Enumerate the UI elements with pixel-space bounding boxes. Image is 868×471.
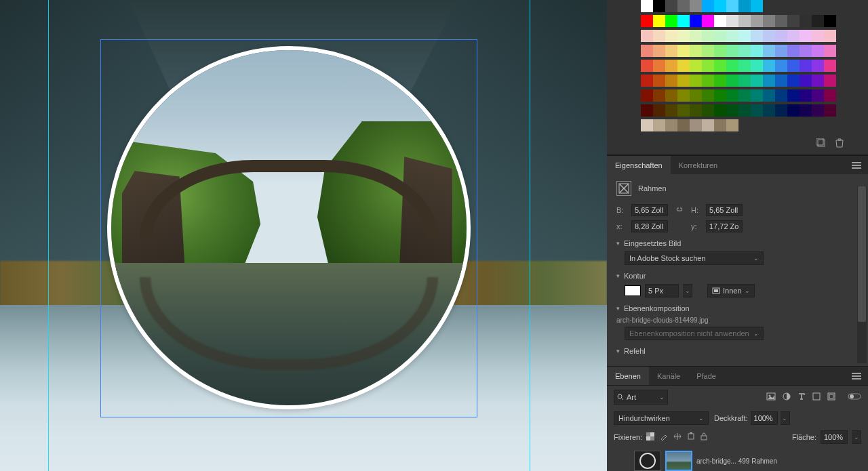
filter-smartobject-icon[interactable] xyxy=(827,392,835,402)
color-swatch[interactable] xyxy=(702,15,714,27)
color-swatch[interactable] xyxy=(738,15,751,27)
color-swatch[interactable] xyxy=(714,15,726,27)
color-swatch[interactable] xyxy=(726,60,738,72)
color-swatch[interactable] xyxy=(824,89,836,102)
color-swatch[interactable] xyxy=(738,30,751,42)
panel-menu-icon[interactable] xyxy=(845,157,868,174)
color-swatch[interactable] xyxy=(665,119,677,131)
section-stroke[interactable]: ▾ Kontur xyxy=(616,272,859,280)
color-swatch[interactable] xyxy=(824,45,836,57)
layer-image-thumb[interactable] xyxy=(665,451,692,471)
width-input[interactable] xyxy=(631,204,668,216)
stroke-position-dropdown[interactable]: Innen ⌄ xyxy=(707,284,755,298)
color-swatch[interactable] xyxy=(665,75,677,87)
color-swatch[interactable] xyxy=(812,30,824,42)
selection-bounds[interactable] xyxy=(100,39,477,417)
color-swatch[interactable] xyxy=(665,104,677,117)
color-swatch[interactable] xyxy=(787,30,800,42)
lock-pixels-icon[interactable] xyxy=(660,432,668,442)
color-swatch[interactable] xyxy=(738,0,751,12)
color-swatch[interactable] xyxy=(665,45,677,57)
color-swatch[interactable] xyxy=(653,89,665,102)
color-swatch[interactable] xyxy=(641,104,653,117)
color-swatch[interactable] xyxy=(751,15,763,27)
color-swatch[interactable] xyxy=(641,60,653,72)
color-swatch[interactable] xyxy=(824,15,836,27)
color-swatch[interactable] xyxy=(677,60,690,72)
layer-comp-dropdown[interactable]: Ebenenkomposition nicht anwenden ⌄ xyxy=(625,327,764,340)
color-swatch[interactable] xyxy=(677,45,690,57)
filter-shape-icon[interactable] xyxy=(812,392,821,402)
filter-type-icon[interactable] xyxy=(797,392,806,402)
color-swatch[interactable] xyxy=(665,15,677,27)
color-swatch[interactable] xyxy=(738,104,751,117)
color-swatch[interactable] xyxy=(714,119,726,131)
opacity-stepper[interactable]: ⌄ xyxy=(781,411,790,425)
color-swatch[interactable] xyxy=(641,0,653,12)
lock-artboard-icon[interactable] xyxy=(687,432,695,442)
color-swatch[interactable] xyxy=(690,45,702,57)
color-swatch[interactable] xyxy=(775,75,787,87)
color-swatch[interactable] xyxy=(677,0,690,12)
color-swatch[interactable] xyxy=(677,15,690,27)
color-swatch[interactable] xyxy=(714,0,726,12)
tab-paths[interactable]: Pfade xyxy=(688,367,724,385)
color-swatch[interactable] xyxy=(702,30,714,42)
stroke-size-stepper[interactable]: ⌄ xyxy=(683,284,692,298)
scrollbar-thumb[interactable] xyxy=(858,186,866,322)
color-swatch[interactable] xyxy=(702,104,714,117)
color-swatch[interactable] xyxy=(690,30,702,42)
color-swatch[interactable] xyxy=(702,0,714,12)
color-swatch[interactable] xyxy=(800,45,812,57)
color-swatch[interactable] xyxy=(653,45,665,57)
layer-frame-thumb[interactable] xyxy=(634,451,661,471)
color-swatch[interactable] xyxy=(824,30,836,42)
x-input[interactable] xyxy=(631,220,668,232)
color-swatch[interactable] xyxy=(800,15,812,27)
color-swatch[interactable] xyxy=(653,119,665,131)
color-swatch[interactable] xyxy=(751,30,763,42)
color-swatch[interactable] xyxy=(800,75,812,87)
color-swatch[interactable] xyxy=(787,89,800,102)
filter-toggle-icon[interactable] xyxy=(848,392,861,402)
color-swatch[interactable] xyxy=(787,104,800,117)
color-swatch[interactable] xyxy=(726,45,738,57)
stock-search-dropdown[interactable]: In Adobe Stock suchen ⌄ xyxy=(625,251,764,265)
color-swatch[interactable] xyxy=(738,75,751,87)
stroke-size-input[interactable] xyxy=(645,284,679,298)
color-swatch[interactable] xyxy=(653,0,665,12)
filter-pixel-icon[interactable] xyxy=(766,392,776,402)
color-swatch[interactable] xyxy=(824,60,836,72)
color-swatch[interactable] xyxy=(787,75,800,87)
color-swatch[interactable] xyxy=(726,75,738,87)
color-swatch[interactable] xyxy=(677,30,690,42)
color-swatch[interactable] xyxy=(800,60,812,72)
color-swatch[interactable] xyxy=(726,119,738,131)
color-swatch[interactable] xyxy=(763,30,775,42)
color-swatch[interactable] xyxy=(763,60,775,72)
color-swatch[interactable] xyxy=(702,89,714,102)
color-swatch[interactable] xyxy=(690,15,702,27)
color-swatch[interactable] xyxy=(665,30,677,42)
color-swatch[interactable] xyxy=(665,0,677,12)
color-swatch[interactable] xyxy=(787,60,800,72)
color-swatch[interactable] xyxy=(775,15,787,27)
height-input[interactable] xyxy=(706,204,743,216)
color-swatch[interactable] xyxy=(641,45,653,57)
canvas-area[interactable] xyxy=(0,0,607,471)
color-swatch[interactable] xyxy=(653,60,665,72)
new-swatch-icon[interactable] xyxy=(816,138,826,149)
filter-adjustment-icon[interactable] xyxy=(783,392,791,402)
color-swatch[interactable] xyxy=(641,89,653,102)
color-swatch[interactable] xyxy=(641,75,653,87)
color-swatch[interactable] xyxy=(775,60,787,72)
color-swatch[interactable] xyxy=(641,30,653,42)
trash-icon[interactable] xyxy=(835,138,844,149)
color-swatch[interactable] xyxy=(775,30,787,42)
guide-vertical[interactable] xyxy=(48,0,49,471)
opacity-input[interactable] xyxy=(751,411,778,425)
color-swatch[interactable] xyxy=(665,60,677,72)
color-swatch[interactable] xyxy=(677,75,690,87)
tab-layers[interactable]: Ebenen xyxy=(607,367,649,385)
color-swatch[interactable] xyxy=(726,15,738,27)
